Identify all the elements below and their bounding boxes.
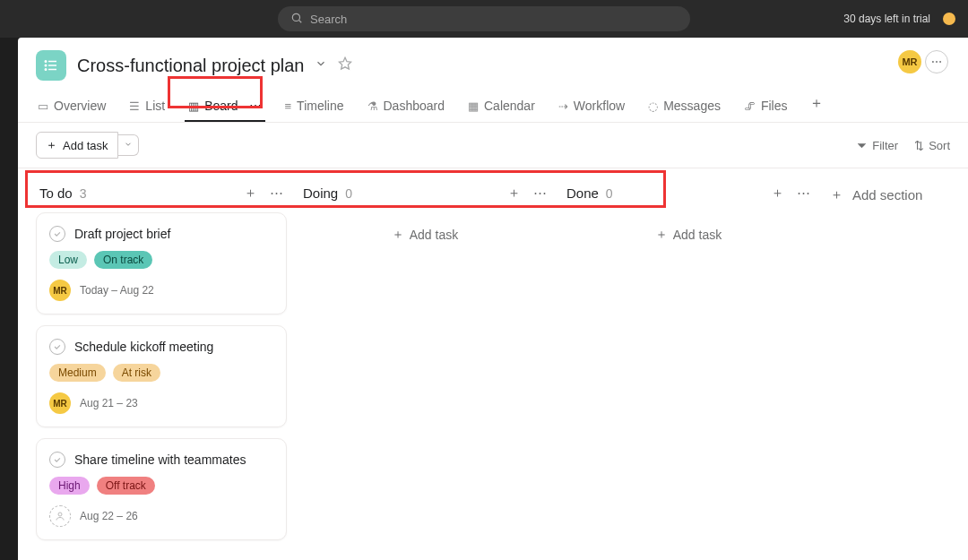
board-icon: ▥: [188, 99, 199, 113]
files-icon: 🖇: [744, 99, 756, 113]
main-panel: Cross-functional project plan MR ▭Overvi…: [18, 38, 968, 560]
add-task-dropdown[interactable]: [118, 134, 139, 156]
search-placeholder: Search: [310, 13, 347, 26]
svg-marker-8: [340, 57, 351, 69]
task-card[interactable]: Draft project brief Low On track MR Toda…: [36, 212, 287, 314]
sort-label: Sort: [929, 139, 950, 152]
svg-line-1: [299, 20, 302, 22]
complete-check-icon[interactable]: [49, 226, 65, 242]
sort-icon: ⇅: [914, 139, 924, 152]
column-add-icon[interactable]: ＋: [244, 185, 257, 202]
status-tag[interactable]: At risk: [113, 364, 160, 382]
priority-tag[interactable]: High: [49, 477, 90, 495]
list-icon: ☰: [129, 99, 140, 113]
star-icon[interactable]: [338, 56, 352, 74]
add-section-column: ＋ Add section: [826, 179, 968, 551]
project-icon[interactable]: [36, 50, 66, 81]
priority-tag[interactable]: Low: [49, 251, 87, 269]
add-section-label: Add section: [852, 187, 922, 202]
task-title: Schedule kickoff meeting: [74, 340, 213, 354]
trial-status[interactable]: 30 days left in trial: [843, 13, 955, 25]
filter-icon: ⏷: [856, 139, 868, 152]
assignee-avatar[interactable]: MR: [49, 280, 71, 301]
project-tabs: ▭Overview ☰List ▥Board⋯ ≡Timeline ⚗Dashb…: [18, 93, 968, 123]
column-more-icon[interactable]: ⋯: [533, 185, 547, 202]
task-card[interactable]: Share timeline with teammates High Off t…: [36, 438, 287, 540]
task-date: Today – Aug 22: [80, 284, 154, 297]
trial-label: 30 days left in trial: [843, 13, 930, 25]
column-header[interactable]: Doing 0 ＋ ⋯: [299, 179, 550, 212]
task-card[interactable]: Schedule kickoff meeting Medium At risk …: [36, 325, 287, 427]
add-task-button[interactable]: ＋ Add task: [36, 132, 118, 159]
column-more-icon[interactable]: ⋯: [270, 185, 283, 202]
board-toolbar: ＋ Add task ⏷Filter ⇅Sort: [18, 123, 968, 168]
tab-label: Board: [204, 99, 238, 113]
column-add-icon[interactable]: ＋: [507, 185, 521, 202]
tab-label: Messages: [663, 99, 721, 113]
tab-files[interactable]: 🖇Files: [742, 93, 790, 122]
plus-icon: ＋: [830, 186, 843, 203]
sort-button[interactable]: ⇅Sort: [914, 139, 950, 152]
column-add-task[interactable]: ＋ Add task: [563, 212, 814, 257]
add-task-label: Add task: [410, 228, 458, 242]
tab-label: Workflow: [574, 99, 625, 113]
complete-check-icon[interactable]: [49, 339, 65, 355]
tab-calendar[interactable]: ▦Calendar: [466, 93, 537, 122]
trial-indicator-icon: [943, 13, 955, 25]
tab-label: Calendar: [484, 99, 535, 113]
tab-label: Timeline: [297, 99, 343, 113]
column-more-icon[interactable]: ⋯: [797, 185, 810, 202]
tab-label: Dashboard: [384, 99, 445, 113]
filter-button[interactable]: ⏷Filter: [856, 139, 898, 152]
column-count: 0: [345, 186, 352, 201]
column-add-icon[interactable]: ＋: [771, 185, 784, 202]
column-header[interactable]: Done 0 ＋ ⋯: [563, 179, 814, 212]
tab-dashboard[interactable]: ⚗Dashboard: [366, 93, 447, 122]
column-doing: Doing 0 ＋ ⋯ ＋ Add task: [299, 179, 550, 551]
svg-point-12: [58, 513, 62, 516]
svg-point-9: [932, 61, 934, 63]
tab-more-icon[interactable]: ⋯: [249, 99, 262, 113]
complete-check-icon[interactable]: [49, 452, 65, 468]
task-title: Share timeline with teammates: [74, 452, 246, 467]
status-tag[interactable]: Off track: [97, 477, 155, 495]
search-input[interactable]: Search: [278, 6, 690, 31]
workflow-icon: ⇢: [558, 99, 568, 113]
column-add-task[interactable]: ＋ Add task: [299, 212, 550, 257]
tab-messages[interactable]: ◌Messages: [646, 93, 722, 122]
add-section-button[interactable]: ＋ Add section: [826, 179, 968, 211]
tab-list[interactable]: ☰List: [127, 93, 167, 122]
tab-board[interactable]: ▥Board⋯: [186, 93, 263, 122]
search-icon: [290, 12, 303, 27]
user-avatar[interactable]: MR: [898, 50, 921, 73]
column-name: Doing: [303, 185, 338, 201]
status-tag[interactable]: On track: [94, 251, 152, 269]
share-more-button[interactable]: [925, 50, 948, 73]
plus-icon: ＋: [392, 227, 404, 243]
column-todo: To do 3 ＋ ⋯ Draft project brief Low On t…: [36, 179, 287, 551]
tab-label: Overview: [54, 99, 106, 113]
tab-label: List: [145, 99, 165, 113]
priority-tag[interactable]: Medium: [49, 364, 106, 382]
column-count: 3: [80, 186, 87, 201]
project-title[interactable]: Cross-functional project plan: [77, 56, 304, 76]
board-view: To do 3 ＋ ⋯ Draft project brief Low On t…: [18, 168, 968, 560]
messages-icon: ◌: [648, 99, 658, 113]
assignee-avatar[interactable]: MR: [49, 392, 71, 414]
tab-workflow[interactable]: ⇢Workflow: [557, 93, 627, 122]
column-done: Done 0 ＋ ⋯ ＋ Add task: [563, 179, 814, 551]
dashboard-icon: ⚗: [367, 99, 378, 113]
overview-icon: ▭: [38, 99, 48, 113]
timeline-icon: ≡: [285, 99, 292, 113]
column-header[interactable]: To do 3 ＋ ⋯: [36, 179, 287, 212]
tab-timeline[interactable]: ≡Timeline: [283, 93, 346, 122]
filter-label: Filter: [872, 139, 898, 152]
svg-point-0: [292, 13, 299, 21]
add-tab-button[interactable]: ＋: [809, 94, 824, 122]
tab-overview[interactable]: ▭Overview: [36, 93, 108, 122]
project-dropdown-icon[interactable]: [315, 57, 327, 73]
svg-point-6: [45, 65, 47, 66]
svg-point-10: [936, 61, 938, 63]
unassigned-avatar-icon[interactable]: [49, 505, 71, 527]
task-date: Aug 22 – 26: [80, 510, 138, 522]
